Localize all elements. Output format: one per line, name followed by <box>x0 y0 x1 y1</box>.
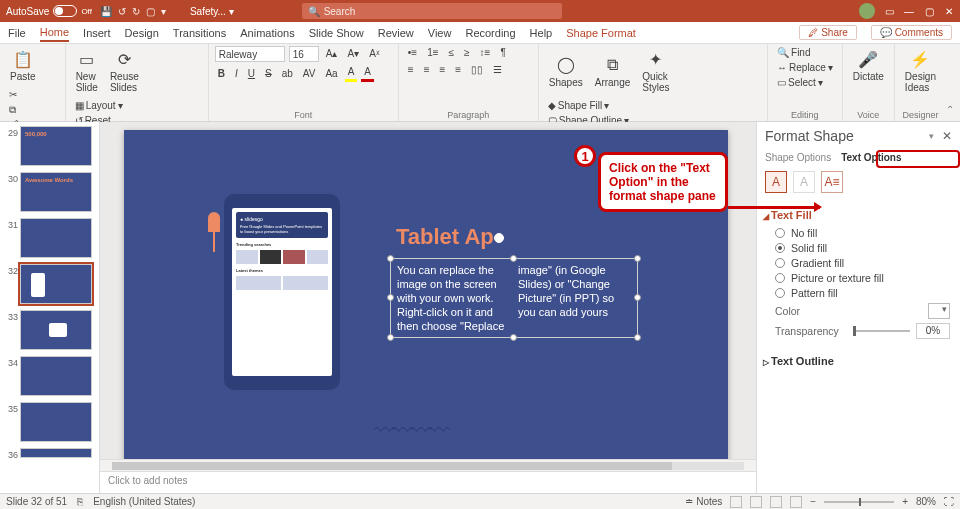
replace-button[interactable]: ↔ Replace ▾ <box>774 61 836 75</box>
layout-button[interactable]: ▦ Layout ▾ <box>72 99 129 113</box>
bold-button[interactable]: B <box>215 67 228 81</box>
shape-fill-button[interactable]: ◆ Shape Fill ▾ <box>545 99 632 113</box>
sorter-view-button[interactable] <box>750 496 762 508</box>
clear-format-button[interactable]: Aᵡ <box>366 47 383 61</box>
resize-handle[interactable] <box>387 294 394 301</box>
resize-handle[interactable] <box>510 255 517 262</box>
close-button[interactable]: ✕ <box>944 6 954 17</box>
text-fill-outline-icon[interactable]: A <box>765 171 787 193</box>
accessibility-icon[interactable]: ⎘ <box>77 496 83 507</box>
grow-font-button[interactable]: A▴ <box>323 47 341 61</box>
highlight-button[interactable]: A <box>345 65 358 82</box>
search-box[interactable]: 🔍 Search <box>302 3 562 19</box>
thumb-32[interactable] <box>20 264 92 304</box>
reuse-slides-button[interactable]: ⟳Reuse Slides <box>106 46 143 95</box>
color-picker-button[interactable] <box>928 303 950 319</box>
thumb-29[interactable]: 500,000 <box>20 126 92 166</box>
text-options-tab[interactable]: Text Options <box>841 152 901 163</box>
tab-review[interactable]: Review <box>378 25 414 41</box>
selected-textbox[interactable]: You can replace the image on the screen … <box>390 258 638 338</box>
collapse-ribbon-icon[interactable]: ⌃ <box>946 44 960 121</box>
align-left-button[interactable]: ≡ <box>405 63 417 77</box>
undo-icon[interactable]: ↺ <box>118 6 126 17</box>
ribbon-display-icon[interactable]: ▭ <box>885 6 894 17</box>
dictate-button[interactable]: 🎤Dictate <box>849 46 888 84</box>
shrink-font-button[interactable]: A▾ <box>344 47 362 61</box>
arrange-button[interactable]: ⧉Arrange <box>591 52 635 90</box>
user-avatar[interactable] <box>859 3 875 19</box>
new-slide-button[interactable]: ▭New Slide <box>72 46 102 95</box>
pane-close-button[interactable]: ✕ <box>942 129 952 143</box>
paste-button[interactable]: 📋Paste <box>6 46 40 84</box>
resize-handle[interactable] <box>387 255 394 262</box>
resize-handle[interactable] <box>634 294 641 301</box>
indent-dec-button[interactable]: ≤ <box>446 46 458 60</box>
find-button[interactable]: 🔍 Find <box>774 46 836 60</box>
textbox-icon[interactable]: A≡ <box>821 171 843 193</box>
text-effects-icon[interactable]: A <box>793 171 815 193</box>
slide-counter[interactable]: Slide 32 of 51 <box>6 496 67 507</box>
font-size-combo[interactable]: 16 <box>289 46 319 62</box>
shape-options-tab[interactable]: Shape Options <box>765 152 831 163</box>
text-direction-button[interactable]: ¶ <box>497 46 508 60</box>
cut-button[interactable]: ✂ <box>6 88 22 102</box>
bullets-button[interactable]: •≡ <box>405 46 420 60</box>
comments-button[interactable]: 💬 Comments <box>871 25 952 40</box>
design-ideas-button[interactable]: ⚡Design Ideas <box>901 46 940 95</box>
spacing-button[interactable]: AV <box>300 67 319 81</box>
tab-home[interactable]: Home <box>40 24 69 42</box>
language-status[interactable]: English (United States) <box>93 496 195 507</box>
resize-handle[interactable] <box>510 334 517 341</box>
fit-to-window-button[interactable]: ⛶ <box>944 496 954 507</box>
zoom-in-button[interactable]: + <box>902 496 908 507</box>
notes-pane[interactable]: Click to add notes <box>100 471 756 493</box>
thumb-36[interactable] <box>20 448 92 458</box>
select-button[interactable]: ▭ Select ▾ <box>774 76 836 90</box>
resize-handle[interactable] <box>634 255 641 262</box>
resize-handle[interactable] <box>387 334 394 341</box>
pane-dropdown-icon[interactable]: ▾ <box>929 131 934 141</box>
tab-shape-format[interactable]: Shape Format <box>566 25 636 41</box>
thumb-30[interactable]: Awesome Words <box>20 172 92 212</box>
thumb-34[interactable] <box>20 356 92 396</box>
autosave-switch[interactable] <box>53 5 77 17</box>
line-spacing-button[interactable]: ↕≡ <box>477 46 494 60</box>
tab-transitions[interactable]: Transitions <box>173 25 226 41</box>
align-center-button[interactable]: ≡ <box>421 63 433 77</box>
copy-button[interactable]: ⧉ <box>6 103 22 117</box>
minimize-button[interactable]: — <box>904 6 914 17</box>
font-color-button[interactable]: A <box>361 65 374 82</box>
thumb-35[interactable] <box>20 402 92 442</box>
tab-animations[interactable]: Animations <box>240 25 294 41</box>
picture-fill-radio[interactable]: Picture or texture fill <box>775 272 950 284</box>
quick-styles-button[interactable]: ✦Quick Styles <box>638 46 673 95</box>
justify-button[interactable]: ≡ <box>452 63 464 77</box>
tab-view[interactable]: View <box>428 25 452 41</box>
from-beginning-icon[interactable]: ▢ <box>146 6 155 17</box>
tab-recording[interactable]: Recording <box>465 25 515 41</box>
numbering-button[interactable]: 1≡ <box>424 46 441 60</box>
tab-file[interactable]: File <box>8 25 26 41</box>
smartart-button[interactable]: ☰ <box>490 63 505 77</box>
tab-slideshow[interactable]: Slide Show <box>309 25 364 41</box>
solid-fill-radio[interactable]: Solid fill <box>775 242 950 254</box>
strike-button[interactable]: S <box>262 67 275 81</box>
zoom-out-button[interactable]: − <box>810 496 816 507</box>
columns-button[interactable]: ▯▯ <box>468 63 486 77</box>
section-header[interactable]: Text Fill <box>763 209 950 221</box>
transparency-value[interactable]: 0% <box>916 323 950 339</box>
font-name-combo[interactable]: Raleway <box>215 46 285 62</box>
rotate-handle-icon[interactable] <box>494 233 504 243</box>
italic-button[interactable]: I <box>232 67 241 81</box>
reading-view-button[interactable] <box>770 496 782 508</box>
document-name[interactable]: Safety... ▾ <box>190 6 234 17</box>
normal-view-button[interactable] <box>730 496 742 508</box>
resize-handle[interactable] <box>634 334 641 341</box>
maximize-button[interactable]: ▢ <box>924 6 934 17</box>
case-button[interactable]: Aa <box>322 67 340 81</box>
shadow-button[interactable]: ab <box>279 67 296 81</box>
gradient-fill-radio[interactable]: Gradient fill <box>775 257 950 269</box>
horizontal-scrollbar[interactable] <box>100 459 756 471</box>
zoom-level[interactable]: 80% <box>916 496 936 507</box>
redo-icon[interactable]: ↻ <box>132 6 140 17</box>
